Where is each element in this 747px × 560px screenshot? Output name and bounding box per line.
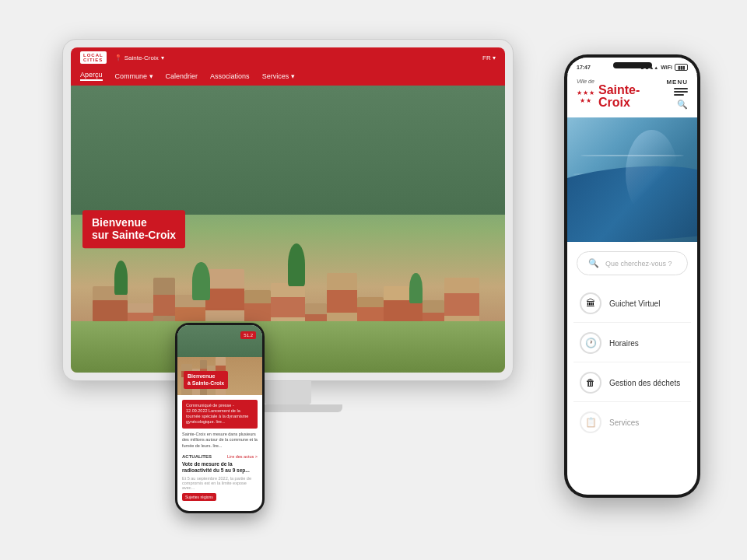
horaires-icon: 🕐 [580, 332, 601, 354]
localcities-logo: LOCAL CITIES [80, 51, 107, 64]
ps-news-meta: Et 5 au septembre 2022, la partie de com… [182, 476, 258, 490]
pl-menu-item-horaires[interactable]: 🕐 Horaires [573, 324, 691, 362]
main-scene: LOCAL CITIES 📍 Sainte-Croix ▾ FR ▾ [23, 23, 724, 537]
ps-body-text: Sainte-Croix en mesure dans plusieurs de… [182, 432, 258, 450]
pl-menu-label-horaires: Horaires [609, 339, 639, 348]
ps-alert-box: Communiqué de presse - 12.09.2022 Lancem… [182, 400, 258, 429]
nav-associations[interactable]: Associations [210, 72, 250, 80]
hero-title: Bienvenue sur Sainte-Croix [92, 216, 176, 243]
search-icon: 🔍 [677, 100, 688, 110]
location-selector[interactable]: 📍 Sainte-Croix ▾ [114, 54, 164, 61]
pl-search-magnifier-icon: 🔍 [588, 258, 599, 268]
ps-section-header: ACTUALITES Lire des actus > [182, 454, 258, 459]
hero-text-box: Bienvenue sur Sainte-Croix [82, 210, 185, 249]
location-pin-icon: 📍 [114, 54, 122, 61]
monitor-topbar: LOCAL CITIES 📍 Sainte-Croix ▾ FR ▾ [71, 47, 505, 68]
pl-menu-label-dechets: Gestion des déchets [609, 379, 680, 387]
ps-news-title: Vote de mesure de la radioactivité du 5 … [182, 461, 258, 474]
hero-section: Bienvenue sur Sainte-Croix [71, 86, 505, 373]
phone-notch [613, 62, 652, 68]
chevron-down-icon: ▾ [149, 72, 153, 80]
pl-logo-area: Ville de ★ ★ ★ ★ [577, 79, 666, 109]
nav-calendrier[interactable]: Calendrier [166, 72, 198, 80]
guichet-icon: 🏛 [580, 292, 601, 314]
battery-icon: ▮▮▮ [675, 64, 688, 71]
small-phone: Bienvenue à Sainte-Croix 51.2 Communiqué… [175, 323, 265, 513]
pl-menu-label-guichet: Guichet Virtuel [609, 299, 660, 308]
pl-search-icon-area[interactable]: 🔍 [677, 100, 688, 110]
wifi-icon: WiFi [661, 65, 672, 70]
pl-header: Ville de ★ ★ ★ ★ [567, 74, 697, 117]
nav-services[interactable]: Services ▾ [262, 72, 295, 80]
pl-search-bar[interactable]: 🔍 Que cherchez-vous ? [577, 251, 688, 275]
large-phone: 17:47 ▲▲▲▲ WiFi ▮▮▮ Ville de [564, 54, 700, 498]
monitor-nav: Aperçu Commune ▾ Calendrier Associations… [71, 68, 505, 86]
pl-menu-area[interactable]: MENU 🔍 [666, 79, 688, 110]
ps-red-tag: 51.2 [240, 331, 256, 339]
desktop-monitor: LOCAL CITIES 📍 Sainte-Croix ▾ FR ▾ [62, 39, 514, 428]
services-icon: 📋 [580, 411, 601, 433]
pl-menu-list: 🏛 Guichet Virtuel 🕐 Horaires 🗑 Gestion d… [567, 285, 697, 441]
language-selector[interactable]: FR ▾ [482, 54, 496, 61]
ps-hero-label: Bienvenue à Sainte-Croix [184, 371, 228, 389]
ps-news-tag: Sujettes régions [182, 493, 216, 501]
pl-menu-item-guichet[interactable]: 🏛 Guichet Virtuel [573, 285, 691, 323]
dechets-icon: 🗑 [580, 372, 601, 394]
hamburger-menu-icon[interactable] [674, 88, 688, 97]
pl-time: 17:47 [577, 65, 591, 70]
pl-menu-item-services[interactable]: 📋 Services [573, 404, 691, 441]
pl-menu-label-services: Services [609, 418, 639, 427]
ps-content: Communiqué de presse - 12.09.2022 Lancem… [177, 395, 262, 511]
chevron-down-icon: ▾ [291, 72, 295, 80]
monitor-stand-neck [265, 381, 311, 404]
ps-hero: Bienvenue à Sainte-Croix 51.2 [177, 325, 262, 395]
chevron-down-icon: ▾ [493, 54, 496, 61]
chevron-down-icon: ▾ [161, 54, 164, 61]
nav-commune[interactable]: Commune ▾ [115, 72, 153, 80]
pl-menu-item-dechets[interactable]: 🗑 Gestion des déchets [573, 364, 691, 402]
nav-apercu[interactable]: Aperçu [80, 71, 103, 81]
pl-search-placeholder: Que cherchez-vous ? [605, 260, 672, 268]
pl-hero-image [567, 117, 697, 242]
